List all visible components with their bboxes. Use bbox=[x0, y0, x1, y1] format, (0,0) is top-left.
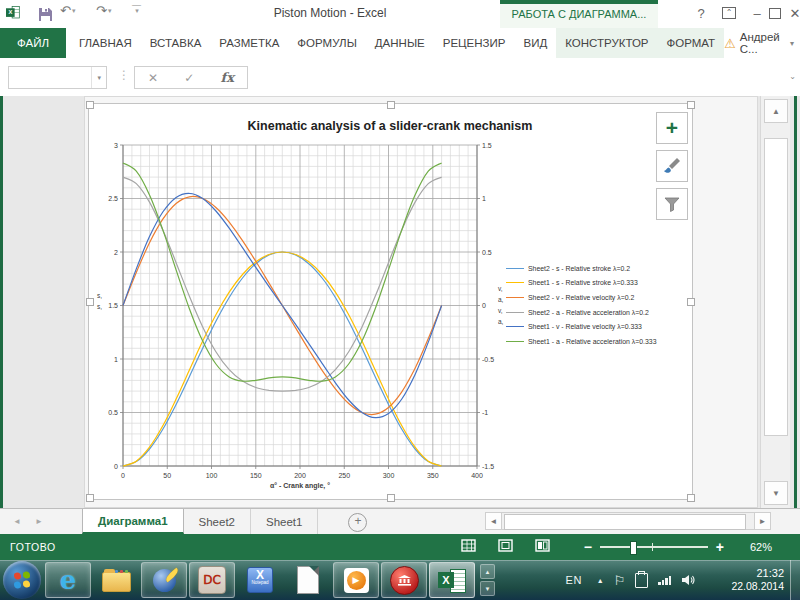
zoom-level[interactable]: 62% bbox=[742, 541, 772, 553]
legend-item[interactable]: Sheet1 - s - Relative stroke λ=0.333 bbox=[506, 276, 686, 291]
taskbar-excel-button[interactable]: X bbox=[429, 562, 475, 598]
ribbon-display-options-button[interactable]: ⌃ bbox=[716, 2, 742, 24]
legend-item[interactable]: Sheet1 - a - Relative acceleration λ=0.3… bbox=[506, 334, 686, 349]
ribbon-tab-формулы[interactable]: ФОРМУЛЫ bbox=[288, 28, 365, 58]
ribbon-tab-вид[interactable]: ВИД bbox=[514, 28, 556, 58]
legend-marker bbox=[506, 312, 524, 313]
chart-elements-button[interactable]: + bbox=[656, 112, 688, 144]
vertical-scroll-thumb[interactable] bbox=[764, 138, 788, 436]
chart-styles-button[interactable] bbox=[656, 150, 688, 182]
vertical-scrollbar[interactable]: ▲ ▼ bbox=[760, 96, 790, 508]
chart-filters-button[interactable] bbox=[656, 188, 688, 220]
chart-title[interactable]: Kinematic analysis of a slider-crank mec… bbox=[248, 119, 533, 133]
sheet-nav-left-icon[interactable]: ◄ bbox=[6, 509, 28, 534]
enter-icon[interactable]: ✓ bbox=[184, 71, 194, 85]
cancel-icon[interactable]: ✕ bbox=[148, 71, 158, 85]
legend-marker bbox=[506, 282, 524, 283]
customize-qat-button[interactable]: —▾ bbox=[132, 3, 141, 13]
add-sheet-button[interactable]: + bbox=[348, 513, 367, 532]
horizontal-scroll-thumb[interactable] bbox=[504, 514, 746, 530]
legend-item[interactable]: Sheet2 - v - Relative velocity λ=0.2 bbox=[506, 290, 686, 305]
legend-item[interactable]: Sheet2 - s - Relative stroke λ=0.2 bbox=[506, 261, 686, 276]
taskbar-notepad-button[interactable]: XNotepad bbox=[237, 562, 283, 598]
selection-handle[interactable] bbox=[387, 101, 395, 109]
work-area: 05010015020025030035040000.511.522.53-1.… bbox=[0, 96, 800, 508]
chart[interactable]: 05010015020025030035040000.511.522.53-1.… bbox=[88, 103, 693, 500]
action-center-flag-icon[interactable]: ⚐ bbox=[614, 573, 626, 588]
legend-item[interactable]: Sheet1 - v - Relative velocity λ=0.333 bbox=[506, 319, 686, 334]
ribbon-tab-вставка[interactable]: ВСТАВКА bbox=[141, 28, 211, 58]
zoom-in-button[interactable]: + bbox=[708, 539, 732, 555]
taskbar-start-button[interactable] bbox=[3, 561, 41, 599]
network-signal-icon[interactable] bbox=[658, 576, 671, 585]
selection-handle[interactable] bbox=[687, 298, 695, 306]
svg-text:0: 0 bbox=[114, 463, 118, 470]
formula-bar-splitter[interactable]: ⋮ bbox=[118, 68, 130, 82]
clock[interactable]: 21:32 22.08.2014 bbox=[731, 567, 784, 593]
scroll-down-icon[interactable]: ▼ bbox=[764, 481, 788, 505]
name-box[interactable]: ▾ bbox=[8, 66, 107, 89]
ribbon-tab-данные[interactable]: ДАННЫЕ bbox=[366, 28, 434, 58]
clipboard-tray-icon[interactable] bbox=[635, 573, 648, 588]
taskbar-scroll[interactable]: ▲▼ bbox=[480, 564, 495, 596]
horizontal-scrollbar[interactable]: ◄ ► bbox=[485, 512, 771, 530]
show-desktop-button[interactable] bbox=[790, 560, 800, 600]
ribbon-tab-формат[interactable]: ФОРМАТ bbox=[658, 28, 725, 58]
brush-icon bbox=[663, 157, 681, 175]
expand-formula-bar-icon[interactable]: ⌄ bbox=[789, 72, 796, 81]
user-area[interactable]: ⚠ Андрей С... ▾ bbox=[724, 28, 800, 58]
selection-handle[interactable] bbox=[86, 101, 94, 109]
ribbon-tab-разметка[interactable]: РАЗМЕТКА bbox=[210, 28, 288, 58]
taskbar-libreoffice-button[interactable] bbox=[285, 562, 331, 598]
user-name: Андрей С... bbox=[740, 31, 786, 55]
zoom-slider-thumb[interactable] bbox=[630, 541, 637, 555]
taskbar-bank-app-button[interactable] bbox=[381, 562, 427, 598]
ribbon-tab-рецензир[interactable]: РЕЦЕНЗИР bbox=[434, 28, 515, 58]
contextual-tab-label[interactable]: РАБОТА С ДИАГРАММА... bbox=[500, 8, 658, 20]
ribbon-tab-конструктор[interactable]: КОНСТРУКТОР bbox=[556, 28, 657, 58]
sheet-tab-sheet1[interactable]: Sheet1 bbox=[251, 509, 318, 534]
ribbon-tab-главная[interactable]: ГЛАВНАЯ bbox=[70, 28, 141, 58]
page-break-view-icon[interactable] bbox=[535, 538, 550, 556]
undo-button[interactable]: ↶▾ bbox=[60, 3, 75, 18]
formula-input[interactable] bbox=[250, 66, 786, 87]
sheet-tab-диаграмма1[interactable]: Диаграмма1 bbox=[82, 509, 184, 534]
left-axis-title[interactable]: s,s, bbox=[97, 292, 102, 310]
sheet-tab-sheet2[interactable]: Sheet2 bbox=[184, 509, 251, 534]
right-axis-title[interactable]: v,a,v,a, bbox=[498, 285, 504, 325]
volume-icon[interactable] bbox=[681, 574, 695, 586]
x-axis-title[interactable]: α° - Crank angle, ° bbox=[270, 482, 330, 490]
selection-handle[interactable] bbox=[687, 101, 695, 109]
title-bar: X ↶▾ ↷▾ —▾ Piston Motion - Excel РАБОТА … bbox=[0, 0, 800, 29]
taskbar-double-commander-button[interactable]: ⅮⅭ bbox=[189, 562, 235, 598]
sheet-nav-right-icon[interactable]: ► bbox=[28, 509, 50, 534]
legend-item[interactable]: Sheet2 - a - Relative acceleration λ=0.2 bbox=[506, 305, 686, 320]
page-layout-view-icon[interactable] bbox=[498, 538, 513, 556]
redo-button[interactable]: ↷▾ bbox=[96, 3, 111, 18]
ribbon-tab-файл[interactable]: ФАЙЛ bbox=[0, 28, 66, 58]
taskbar-globe-browser-button[interactable] bbox=[141, 562, 187, 598]
taskbar-media-player-button[interactable]: ▶ bbox=[333, 562, 379, 598]
dropbox-icon[interactable] bbox=[705, 575, 718, 586]
help-button[interactable]: ? bbox=[688, 2, 714, 24]
language-indicator[interactable]: EN bbox=[566, 574, 582, 586]
scroll-left-icon[interactable]: ◄ bbox=[485, 512, 502, 530]
normal-view-icon[interactable] bbox=[461, 538, 476, 556]
save-button[interactable] bbox=[34, 3, 56, 25]
selection-handle[interactable] bbox=[387, 494, 395, 502]
close-button[interactable]: ✕ bbox=[782, 2, 800, 24]
selection-handle[interactable] bbox=[86, 298, 94, 306]
selection-handle[interactable] bbox=[687, 494, 695, 502]
scroll-up-icon[interactable]: ▲ bbox=[764, 99, 788, 123]
zoom-slider[interactable] bbox=[600, 546, 708, 548]
scroll-right-icon[interactable]: ► bbox=[754, 512, 771, 530]
insert-function-icon[interactable]: fx bbox=[221, 70, 234, 85]
show-hidden-icons-icon[interactable]: ▲ bbox=[597, 577, 604, 584]
taskbar-internet-explorer-button[interactable]: e bbox=[45, 562, 91, 598]
legend-marker bbox=[506, 268, 524, 269]
taskbar-file-explorer-button[interactable] bbox=[93, 562, 139, 598]
gridlines bbox=[123, 145, 477, 466]
zoom-out-button[interactable]: − bbox=[576, 539, 600, 555]
selection-handle[interactable] bbox=[86, 494, 94, 502]
name-box-dropdown-icon[interactable]: ▾ bbox=[91, 67, 106, 88]
